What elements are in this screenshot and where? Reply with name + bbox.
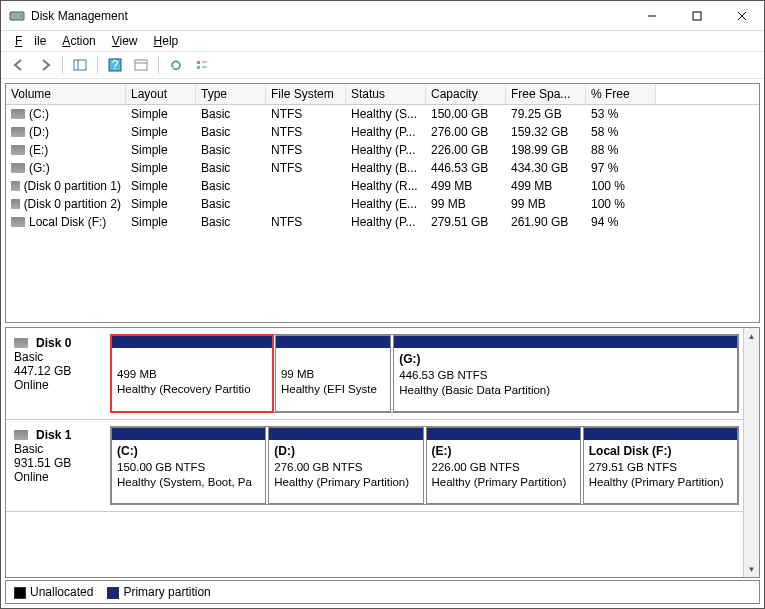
menu-help[interactable]: Help — [148, 32, 185, 50]
legend-primary: Primary partition — [107, 585, 210, 599]
svg-rect-3 — [693, 12, 701, 20]
partition-label: (G:)446.53 GB NTFSHealthy (Basic Data Pa… — [394, 348, 737, 402]
svg-point-1 — [20, 14, 22, 16]
table-cell: Healthy (R... — [346, 178, 426, 194]
table-cell: 94 % — [586, 214, 656, 230]
table-row[interactable]: (D:)SimpleBasicNTFSHealthy (P...276.00 G… — [6, 123, 759, 141]
table-cell: Healthy (E... — [346, 196, 426, 212]
app-icon — [9, 8, 25, 24]
col-type[interactable]: Type — [196, 84, 266, 104]
table-row[interactable]: (G:)SimpleBasicNTFSHealthy (B...446.53 G… — [6, 159, 759, 177]
help-button[interactable]: ? — [103, 54, 127, 76]
partition-bar — [112, 428, 265, 440]
table-cell: 150.00 GB — [426, 106, 506, 122]
col-volume[interactable]: Volume — [6, 84, 126, 104]
disk-row: Disk 1Basic931.51 GBOnline(C:)150.00 GB … — [6, 420, 743, 512]
table-cell: Basic — [196, 178, 266, 194]
col-capacity[interactable]: Capacity — [426, 84, 506, 104]
vertical-scrollbar[interactable]: ▲ ▼ — [743, 328, 759, 577]
minimize-button[interactable] — [629, 1, 674, 30]
table-cell: Simple — [126, 214, 196, 230]
volume-icon — [11, 145, 25, 155]
maximize-button[interactable] — [674, 1, 719, 30]
col-free[interactable]: Free Spa... — [506, 84, 586, 104]
partition-bar — [427, 428, 580, 440]
partition-bar — [584, 428, 737, 440]
show-hide-tree-button[interactable] — [68, 54, 92, 76]
partition[interactable]: 99 MBHealthy (EFI Syste — [275, 335, 391, 412]
disk-list: Disk 0Basic447.12 GBOnline499 MBHealthy … — [6, 328, 743, 577]
partition-label: Local Disk (F:)279.51 GB NTFSHealthy (Pr… — [584, 440, 737, 494]
partition[interactable]: (G:)446.53 GB NTFSHealthy (Basic Data Pa… — [393, 335, 738, 412]
table-cell — [266, 196, 346, 212]
disk-graphic: 499 MBHealthy (Recovery Partitio99 MBHea… — [110, 334, 739, 413]
table-row[interactable]: (E:)SimpleBasicNTFSHealthy (P...226.00 G… — [6, 141, 759, 159]
table-cell: 79.25 GB — [506, 106, 586, 122]
titlebar[interactable]: Disk Management — [1, 1, 764, 31]
table-cell: Simple — [126, 178, 196, 194]
table-cell: 53 % — [586, 106, 656, 122]
legend-unallocated: Unallocated — [14, 585, 93, 599]
table-row[interactable]: (Disk 0 partition 2)SimpleBasicHealthy (… — [6, 195, 759, 213]
menubar: File Action View Help — [1, 31, 764, 51]
col-filesystem[interactable]: File System — [266, 84, 346, 104]
table-cell: 276.00 GB — [426, 124, 506, 140]
table-cell: 446.53 GB — [426, 160, 506, 176]
table-row[interactable]: (C:)SimpleBasicNTFSHealthy (S...150.00 G… — [6, 105, 759, 123]
partition-label: (D:)276.00 GB NTFSHealthy (Primary Parti… — [269, 440, 422, 494]
volume-icon — [11, 217, 25, 227]
table-cell: Basic — [196, 124, 266, 140]
table-cell: 58 % — [586, 124, 656, 140]
table-cell: 99 MB — [506, 196, 586, 212]
table-cell: (D:) — [6, 124, 126, 140]
volume-icon — [11, 109, 25, 119]
partition[interactable]: (C:)150.00 GB NTFSHealthy (System, Boot,… — [111, 427, 266, 504]
partition-bar — [269, 428, 422, 440]
disk-info[interactable]: Disk 1Basic931.51 GBOnline — [10, 426, 106, 505]
partition[interactable]: (E:)226.00 GB NTFSHealthy (Primary Parti… — [426, 427, 581, 504]
volume-icon — [11, 199, 20, 209]
table-cell: NTFS — [266, 160, 346, 176]
col-status[interactable]: Status — [346, 84, 426, 104]
table-cell: 100 % — [586, 178, 656, 194]
table-cell: Simple — [126, 196, 196, 212]
col-pctfree[interactable]: % Free — [586, 84, 656, 104]
menu-view[interactable]: View — [106, 32, 144, 50]
table-cell: 198.99 GB — [506, 142, 586, 158]
volume-icon — [11, 181, 20, 191]
partition-bar — [112, 336, 272, 348]
content-area: Volume Layout Type File System Status Ca… — [1, 79, 764, 608]
table-cell: Basic — [196, 142, 266, 158]
partition[interactable]: 499 MBHealthy (Recovery Partitio — [111, 335, 273, 412]
table-cell: NTFS — [266, 106, 346, 122]
svg-rect-6 — [74, 60, 86, 70]
partition-label: (C:)150.00 GB NTFSHealthy (System, Boot,… — [112, 440, 265, 494]
forward-button[interactable] — [33, 54, 57, 76]
table-row[interactable]: (Disk 0 partition 1)SimpleBasicHealthy (… — [6, 177, 759, 195]
toolbar: ? — [1, 51, 764, 79]
partition[interactable]: Local Disk (F:)279.51 GB NTFSHealthy (Pr… — [583, 427, 738, 504]
scroll-down-icon[interactable]: ▼ — [744, 561, 759, 577]
table-row[interactable]: Local Disk (F:)SimpleBasicNTFSHealthy (P… — [6, 213, 759, 231]
close-button[interactable] — [719, 1, 764, 30]
table-cell: (C:) — [6, 106, 126, 122]
col-layout[interactable]: Layout — [126, 84, 196, 104]
back-button[interactable] — [7, 54, 31, 76]
settings-button[interactable] — [129, 54, 153, 76]
volume-icon — [11, 127, 25, 137]
table-cell: Basic — [196, 214, 266, 230]
menu-action[interactable]: Action — [56, 32, 101, 50]
disk-info[interactable]: Disk 0Basic447.12 GBOnline — [10, 334, 106, 413]
table-cell: Basic — [196, 196, 266, 212]
list-button[interactable] — [190, 54, 214, 76]
disk-icon — [14, 338, 28, 348]
table-cell: (Disk 0 partition 1) — [6, 178, 126, 194]
svg-rect-12 — [197, 61, 200, 64]
scroll-up-icon[interactable]: ▲ — [744, 328, 759, 344]
menu-file[interactable]: File — [9, 32, 52, 50]
partition[interactable]: (D:)276.00 GB NTFSHealthy (Primary Parti… — [268, 427, 423, 504]
refresh-button[interactable] — [164, 54, 188, 76]
svg-rect-13 — [197, 66, 200, 69]
table-cell: (G:) — [6, 160, 126, 176]
partition-label: 99 MBHealthy (EFI Syste — [276, 348, 390, 401]
